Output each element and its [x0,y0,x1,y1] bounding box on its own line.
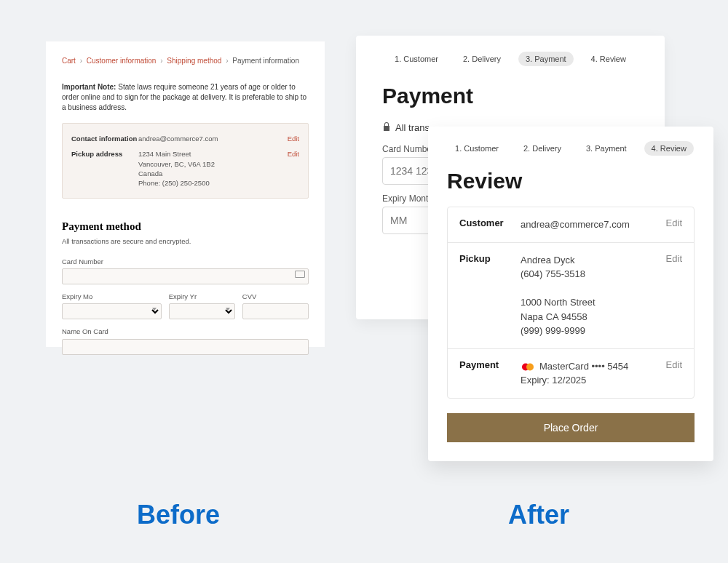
breadcrumb-current: Payment information [232,57,299,65]
pickup-edit-link[interactable]: Edit [288,149,299,188]
review-customer-value: andrea@commerce7.com [521,217,666,232]
contact-edit-link[interactable]: Edit [288,134,299,143]
expiry-mo-select[interactable] [62,303,162,319]
payment-method-sub: All transactions are secure and encrypte… [62,236,309,246]
review-pickup-value: Andrea Dyck (604) 755-3518 1000 North St… [521,253,666,338]
expiry-yr-label: Expiry Yr [169,292,235,301]
review-customer-label: Customer [459,217,521,232]
review-payment-value: MasterCard •••• 5454 Expiry: 12/2025 [521,359,666,388]
breadcrumb-cart[interactable]: Cart [62,57,76,65]
name-on-card-label: Name On Card [62,327,309,336]
svg-point-1 [526,363,534,370]
breadcrumb-sep: › [223,57,230,65]
before-label: Before [137,500,220,530]
cvv-input[interactable] [242,303,309,319]
pickup-row: Pickup address 1234 Main Street Vancouve… [71,146,299,191]
breadcrumb-customer-info[interactable]: Customer information [87,57,157,65]
step-review[interactable]: 4. Review [644,141,694,156]
review-payment-label: Payment [459,359,521,388]
mastercard-icon [521,362,535,372]
card-number-input[interactable] [62,268,309,284]
place-order-button[interactable]: Place Order [447,413,695,442]
review-pickup-edit[interactable]: Edit [666,253,682,338]
lock-icon [382,121,391,134]
cvv-label: CVV [242,292,309,301]
name-on-card-input[interactable] [62,339,309,355]
review-customer-edit[interactable]: Edit [666,217,682,232]
before-checkout-panel: Cart › Customer information › Shipping m… [46,41,325,347]
review-pickup-label: Pickup [459,253,521,338]
after-label: After [508,500,569,530]
breadcrumb-sep: › [158,57,165,65]
step-customer[interactable]: 1. Customer [387,52,446,66]
pickup-value: 1234 Main Street Vancouver, BC, V6A 1B2 … [138,149,288,188]
review-pickup-row: Pickup Andrea Dyck (604) 755-3518 1000 N… [448,243,694,349]
payment-method-title: Payment method [62,219,309,234]
payment-method-section: Payment method All transactions are secu… [62,219,309,354]
breadcrumb-shipping[interactable]: Shipping method [167,57,221,65]
step-customer[interactable]: 1. Customer [448,141,506,156]
page-title: Review [447,169,695,193]
review-customer-row: Customer andrea@commerce7.com Edit [448,207,694,243]
breadcrumb: Cart › Customer information › Shipping m… [62,56,309,66]
review-payment-row: Payment MasterCard •••• 5454 Expiry: 12/… [448,349,694,398]
pickup-label: Pickup address [71,149,138,188]
card-icon [295,271,305,278]
expiry-mo-label: Expiry Mo [62,292,162,301]
card-number-label: Card Number [62,257,309,266]
steps-bar: 1. Customer 2. Delivery 3. Payment 4. Re… [382,52,638,66]
review-summary-card: Customer andrea@commerce7.com Edit Picku… [447,207,695,399]
step-payment[interactable]: 3. Payment [518,52,574,66]
contact-row: Contact information andrea@commerce7.com… [71,131,299,146]
breadcrumb-sep: › [78,57,84,65]
secure-text: All trans [395,122,430,133]
contact-label: Contact information [71,134,138,143]
step-payment[interactable]: 3. Payment [579,141,634,156]
step-review[interactable]: 4. Review [584,52,633,66]
important-note-label: Important Note: [62,83,116,91]
step-delivery[interactable]: 2. Delivery [456,52,508,66]
expiry-yr-select[interactable] [169,303,235,319]
step-delivery[interactable]: 2. Delivery [516,141,569,156]
important-note: Important Note: State laws require someo… [62,82,309,113]
steps-bar: 1. Customer 2. Delivery 3. Payment 4. Re… [447,141,695,156]
contact-value: andrea@commerce7.com [138,134,288,143]
review-payment-edit[interactable]: Edit [666,359,682,388]
page-title: Payment [382,84,638,108]
after-review-panel: 1. Customer 2. Delivery 3. Payment 4. Re… [428,127,713,461]
order-summary-box: Contact information andrea@commerce7.com… [62,123,309,199]
